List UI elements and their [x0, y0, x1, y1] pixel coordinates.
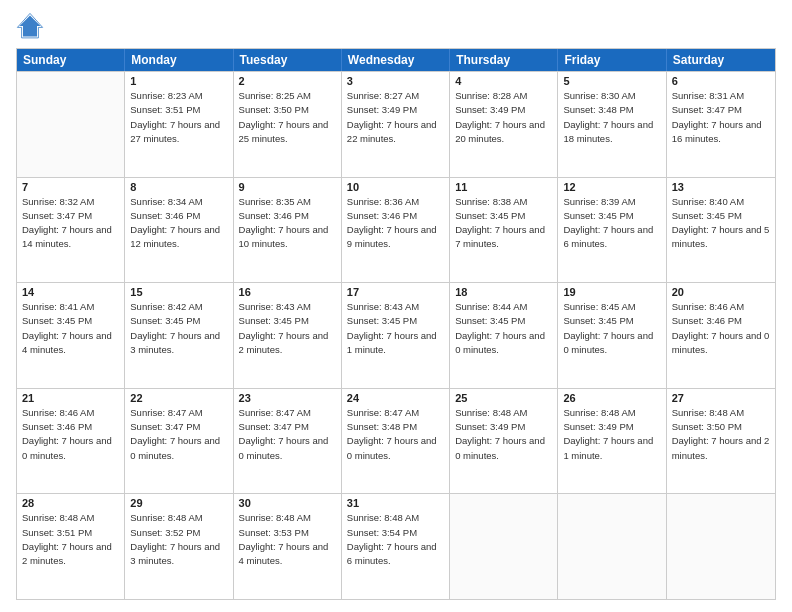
cal-cell: 22Sunrise: 8:47 AMSunset: 3:47 PMDayligh… — [125, 389, 233, 494]
cal-cell: 4Sunrise: 8:28 AMSunset: 3:49 PMDaylight… — [450, 72, 558, 177]
calendar: SundayMondayTuesdayWednesdayThursdayFrid… — [16, 48, 776, 600]
cal-cell: 5Sunrise: 8:30 AMSunset: 3:48 PMDaylight… — [558, 72, 666, 177]
daylight-line: Daylight: 7 hours and 0 minutes. — [130, 434, 227, 463]
cal-cell — [667, 494, 775, 599]
daylight-line: Daylight: 7 hours and 20 minutes. — [455, 118, 552, 147]
cal-header-tuesday: Tuesday — [234, 49, 342, 71]
day-number: 28 — [22, 497, 119, 509]
sunrise-line: Sunrise: 8:36 AM — [347, 195, 444, 209]
cal-cell: 31Sunrise: 8:48 AMSunset: 3:54 PMDayligh… — [342, 494, 450, 599]
sunset-line: Sunset: 3:45 PM — [455, 209, 552, 223]
daylight-line: Daylight: 7 hours and 0 minutes. — [22, 434, 119, 463]
cal-header-monday: Monday — [125, 49, 233, 71]
sunrise-line: Sunrise: 8:31 AM — [672, 89, 770, 103]
logo — [16, 12, 48, 40]
cal-cell: 14Sunrise: 8:41 AMSunset: 3:45 PMDayligh… — [17, 283, 125, 388]
sunset-line: Sunset: 3:49 PM — [455, 420, 552, 434]
cal-cell — [450, 494, 558, 599]
sunrise-line: Sunrise: 8:30 AM — [563, 89, 660, 103]
cal-cell: 3Sunrise: 8:27 AMSunset: 3:49 PMDaylight… — [342, 72, 450, 177]
day-number: 27 — [672, 392, 770, 404]
daylight-line: Daylight: 7 hours and 5 minutes. — [672, 223, 770, 252]
day-number: 31 — [347, 497, 444, 509]
day-number: 15 — [130, 286, 227, 298]
daylight-line: Daylight: 7 hours and 0 minutes. — [672, 329, 770, 358]
calendar-body: 1Sunrise: 8:23 AMSunset: 3:51 PMDaylight… — [17, 71, 775, 599]
sunset-line: Sunset: 3:48 PM — [347, 420, 444, 434]
day-number: 9 — [239, 181, 336, 193]
sunset-line: Sunset: 3:49 PM — [347, 103, 444, 117]
daylight-line: Daylight: 7 hours and 6 minutes. — [347, 540, 444, 569]
sunset-line: Sunset: 3:45 PM — [672, 209, 770, 223]
daylight-line: Daylight: 7 hours and 18 minutes. — [563, 118, 660, 147]
sunset-line: Sunset: 3:46 PM — [239, 209, 336, 223]
day-number: 26 — [563, 392, 660, 404]
daylight-line: Daylight: 7 hours and 0 minutes. — [455, 329, 552, 358]
sunset-line: Sunset: 3:45 PM — [22, 314, 119, 328]
day-number: 16 — [239, 286, 336, 298]
daylight-line: Daylight: 7 hours and 14 minutes. — [22, 223, 119, 252]
cal-cell: 26Sunrise: 8:48 AMSunset: 3:49 PMDayligh… — [558, 389, 666, 494]
cal-header-saturday: Saturday — [667, 49, 775, 71]
sunrise-line: Sunrise: 8:25 AM — [239, 89, 336, 103]
daylight-line: Daylight: 7 hours and 10 minutes. — [239, 223, 336, 252]
header — [16, 12, 776, 40]
daylight-line: Daylight: 7 hours and 0 minutes. — [455, 434, 552, 463]
sunrise-line: Sunrise: 8:32 AM — [22, 195, 119, 209]
daylight-line: Daylight: 7 hours and 2 minutes. — [672, 434, 770, 463]
cal-cell: 27Sunrise: 8:48 AMSunset: 3:50 PMDayligh… — [667, 389, 775, 494]
sunrise-line: Sunrise: 8:47 AM — [239, 406, 336, 420]
cal-header-thursday: Thursday — [450, 49, 558, 71]
sunset-line: Sunset: 3:47 PM — [22, 209, 119, 223]
sunrise-line: Sunrise: 8:45 AM — [563, 300, 660, 314]
cal-week-2: 7Sunrise: 8:32 AMSunset: 3:47 PMDaylight… — [17, 177, 775, 283]
sunrise-line: Sunrise: 8:47 AM — [130, 406, 227, 420]
cal-cell: 28Sunrise: 8:48 AMSunset: 3:51 PMDayligh… — [17, 494, 125, 599]
cal-cell: 20Sunrise: 8:46 AMSunset: 3:46 PMDayligh… — [667, 283, 775, 388]
sunset-line: Sunset: 3:52 PM — [130, 526, 227, 540]
cal-cell: 23Sunrise: 8:47 AMSunset: 3:47 PMDayligh… — [234, 389, 342, 494]
daylight-line: Daylight: 7 hours and 27 minutes. — [130, 118, 227, 147]
day-number: 19 — [563, 286, 660, 298]
day-number: 25 — [455, 392, 552, 404]
day-number: 14 — [22, 286, 119, 298]
day-number: 20 — [672, 286, 770, 298]
cal-cell: 17Sunrise: 8:43 AMSunset: 3:45 PMDayligh… — [342, 283, 450, 388]
day-number: 6 — [672, 75, 770, 87]
day-number: 1 — [130, 75, 227, 87]
cal-cell: 8Sunrise: 8:34 AMSunset: 3:46 PMDaylight… — [125, 178, 233, 283]
sunset-line: Sunset: 3:48 PM — [563, 103, 660, 117]
daylight-line: Daylight: 7 hours and 7 minutes. — [455, 223, 552, 252]
sunset-line: Sunset: 3:46 PM — [672, 314, 770, 328]
day-number: 11 — [455, 181, 552, 193]
sunrise-line: Sunrise: 8:47 AM — [347, 406, 444, 420]
day-number: 29 — [130, 497, 227, 509]
cal-week-5: 28Sunrise: 8:48 AMSunset: 3:51 PMDayligh… — [17, 493, 775, 599]
sunrise-line: Sunrise: 8:42 AM — [130, 300, 227, 314]
sunrise-line: Sunrise: 8:48 AM — [347, 511, 444, 525]
sunset-line: Sunset: 3:47 PM — [130, 420, 227, 434]
sunset-line: Sunset: 3:46 PM — [130, 209, 227, 223]
cal-cell: 11Sunrise: 8:38 AMSunset: 3:45 PMDayligh… — [450, 178, 558, 283]
sunset-line: Sunset: 3:54 PM — [347, 526, 444, 540]
sunset-line: Sunset: 3:46 PM — [347, 209, 444, 223]
day-number: 21 — [22, 392, 119, 404]
sunrise-line: Sunrise: 8:41 AM — [22, 300, 119, 314]
day-number: 2 — [239, 75, 336, 87]
cal-cell: 7Sunrise: 8:32 AMSunset: 3:47 PMDaylight… — [17, 178, 125, 283]
day-number: 4 — [455, 75, 552, 87]
cal-cell: 30Sunrise: 8:48 AMSunset: 3:53 PMDayligh… — [234, 494, 342, 599]
daylight-line: Daylight: 7 hours and 0 minutes. — [239, 434, 336, 463]
daylight-line: Daylight: 7 hours and 12 minutes. — [130, 223, 227, 252]
sunrise-line: Sunrise: 8:48 AM — [130, 511, 227, 525]
day-number: 23 — [239, 392, 336, 404]
daylight-line: Daylight: 7 hours and 16 minutes. — [672, 118, 770, 147]
logo-icon — [16, 12, 44, 40]
sunrise-line: Sunrise: 8:43 AM — [239, 300, 336, 314]
cal-cell: 6Sunrise: 8:31 AMSunset: 3:47 PMDaylight… — [667, 72, 775, 177]
cal-cell: 10Sunrise: 8:36 AMSunset: 3:46 PMDayligh… — [342, 178, 450, 283]
daylight-line: Daylight: 7 hours and 2 minutes. — [22, 540, 119, 569]
cal-cell: 24Sunrise: 8:47 AMSunset: 3:48 PMDayligh… — [342, 389, 450, 494]
daylight-line: Daylight: 7 hours and 3 minutes. — [130, 329, 227, 358]
sunset-line: Sunset: 3:45 PM — [563, 209, 660, 223]
